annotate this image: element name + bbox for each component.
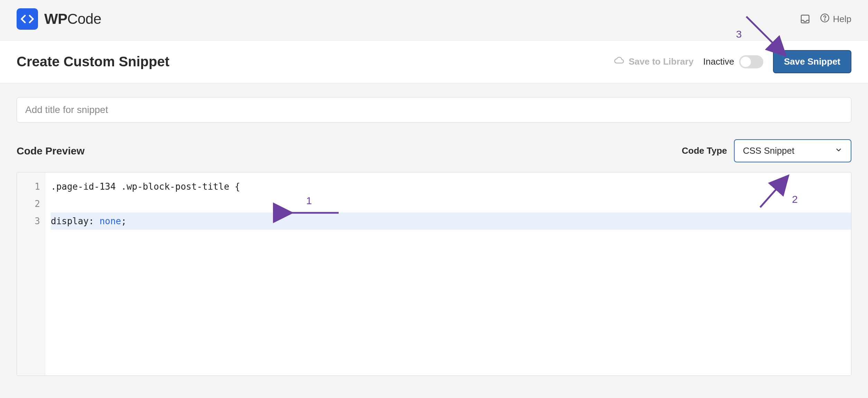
code-type-label: Code Type bbox=[682, 145, 727, 156]
code-type-group: Code Type CSS Snippet bbox=[682, 139, 851, 162]
brand-logo: WPCode bbox=[17, 8, 101, 30]
code-preview-label: Code Preview bbox=[17, 145, 85, 157]
svg-point-2 bbox=[824, 19, 825, 20]
help-button[interactable]: Help bbox=[820, 13, 851, 25]
help-icon bbox=[820, 13, 830, 25]
preview-header: Code Preview Code Type CSS Snippet bbox=[17, 139, 851, 162]
snippet-title-input[interactable] bbox=[17, 97, 851, 123]
line-number: 2 bbox=[31, 195, 40, 212]
status-label: Inactive bbox=[703, 56, 734, 67]
line-number: 1 bbox=[31, 178, 40, 195]
line-number: 3 bbox=[31, 212, 40, 230]
topbar-right: Help bbox=[800, 13, 851, 25]
active-toggle[interactable] bbox=[739, 55, 763, 68]
code-tag-icon bbox=[17, 8, 38, 30]
content-area: Code Preview Code Type CSS Snippet 1 2 3… bbox=[0, 83, 868, 390]
status-toggle-group: Inactive bbox=[703, 55, 763, 68]
code-type-value: CSS Snippet bbox=[743, 145, 794, 156]
cloud-icon bbox=[614, 55, 624, 68]
inbox-icon[interactable] bbox=[800, 14, 810, 24]
save-to-library-label: Save to Library bbox=[629, 56, 694, 67]
top-bar: WPCode Help bbox=[0, 0, 868, 40]
editor-gutter: 1 2 3 bbox=[17, 172, 45, 376]
actionbar-right: Save to Library Inactive Save Snippet bbox=[614, 50, 851, 73]
page-title: Create Custom Snippet bbox=[17, 54, 169, 69]
code-editor[interactable]: 1 2 3 .page-id-134 .wp-block-post-title … bbox=[17, 172, 851, 376]
code-line bbox=[51, 195, 851, 212]
save-to-library-button[interactable]: Save to Library bbox=[614, 55, 694, 68]
code-line: .page-id-134 .wp-block-post-title { bbox=[51, 178, 851, 195]
toggle-knob bbox=[740, 57, 751, 67]
save-snippet-button[interactable]: Save Snippet bbox=[773, 50, 851, 73]
code-area[interactable]: .page-id-134 .wp-block-post-title { disp… bbox=[45, 172, 851, 376]
code-type-select[interactable]: CSS Snippet bbox=[734, 139, 851, 162]
brand-text: WPCode bbox=[44, 11, 101, 27]
action-bar: Create Custom Snippet Save to Library In… bbox=[0, 40, 868, 83]
help-label: Help bbox=[833, 14, 851, 25]
code-line: display: none; bbox=[51, 212, 851, 230]
chevron-down-icon bbox=[835, 145, 842, 156]
